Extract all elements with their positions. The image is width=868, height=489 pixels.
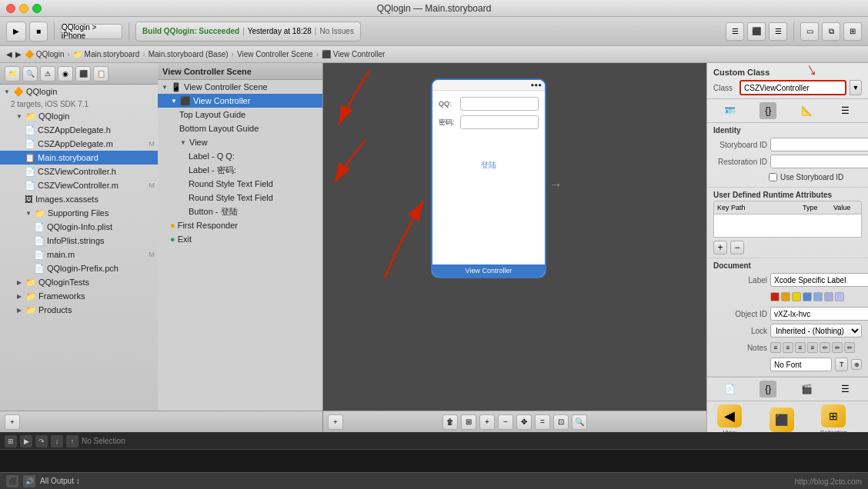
step-into-btn[interactable]: ↓ — [51, 435, 63, 447]
file-images-xcassets[interactable]: 🖼 Images.xcassets — [0, 192, 158, 206]
doc-label-input[interactable] — [770, 273, 868, 287]
scheme-selector[interactable]: QQlogin > iPhone — [61, 24, 122, 39]
scene-label-pwd[interactable]: Label - 密码: — [158, 163, 322, 177]
swatch-blue3[interactable] — [824, 292, 833, 301]
nav-debug-btn[interactable]: ⬛ — [75, 66, 91, 82]
zoom-select-btn[interactable]: 🔍 — [572, 414, 587, 430]
scene-top-layout[interactable]: Top Layout Guide — [158, 108, 322, 121]
debug-button[interactable]: ⬛ — [747, 22, 766, 41]
qq-field[interactable] — [460, 97, 539, 111]
nav-search-btn[interactable]: 🔍 — [22, 66, 38, 82]
pwd-field[interactable] — [460, 115, 539, 129]
bc-item-1[interactable]: 📁 Main.storyboard — [73, 50, 139, 58]
restoration-id-input[interactable] — [770, 155, 868, 168]
bc-item-3[interactable]: View Controller Scene — [237, 50, 313, 58]
nav-log-btn[interactable]: 📋 — [93, 66, 108, 82]
version-editor-button[interactable]: ⊞ — [843, 22, 862, 41]
grid-object-icon[interactable]: ⊞ Collection View — [814, 404, 853, 432]
qqlogin-group[interactable]: ▼ 📁 QQlogin — [0, 109, 158, 123]
step-out-btn[interactable]: ↑ — [66, 435, 78, 447]
size-tab[interactable]: 📐 — [799, 102, 816, 119]
note-icon-7[interactable]: ✏ — [844, 342, 855, 353]
font-expand-btn[interactable]: ⊕ — [851, 359, 862, 370]
file-csz-vc-h[interactable]: 📄 CSZViewController.h — [0, 165, 158, 178]
nav-warn-btn[interactable]: ⚠ — [40, 66, 55, 82]
zoom-reset-btn[interactable]: ⊡ — [553, 414, 569, 430]
scene-label-qq[interactable]: Label - Q Q: — [158, 149, 322, 163]
code-tab[interactable]: {} — [760, 381, 776, 398]
close-button[interactable] — [6, 4, 15, 13]
swatch-orange[interactable] — [781, 292, 790, 301]
bc-arrow-right[interactable]: ▶ — [15, 50, 22, 58]
file-qqlogin-info-plist[interactable]: 📄 QQlogin-Info.plist — [0, 220, 158, 234]
scene-exit[interactable]: ● Exit — [158, 232, 322, 246]
utilities-button[interactable]: ☰ — [769, 22, 787, 41]
font-btn[interactable]: T — [835, 358, 848, 371]
identity-tab[interactable]: 🪪 — [721, 102, 738, 119]
class-input[interactable] — [739, 80, 846, 95]
scene-vc-scene[interactable]: ▼ 📱 View Controller Scene — [158, 80, 322, 94]
debug-toggle-btn[interactable]: ⊞ — [5, 435, 17, 447]
file-csz-app-delegate-m[interactable]: 📄 CSZAppDelegate.m M — [0, 137, 158, 151]
nav-folder-btn[interactable]: 📁 — [5, 66, 20, 82]
frameworks-group[interactable]: ▶ 📁 Frameworks — [0, 289, 158, 303]
attributes-tab[interactable]: {} — [760, 102, 776, 119]
standard-editor-button[interactable]: ▭ — [800, 22, 819, 41]
zoom-equals-btn[interactable]: = — [535, 414, 550, 430]
file-infoplist-strings[interactable]: 📄 InfoPlist.strings — [0, 234, 158, 248]
vc-object-icon[interactable]: ◀ View Controller — [710, 404, 749, 432]
object-id-input[interactable] — [770, 307, 868, 321]
maximize-button[interactable] — [32, 4, 42, 13]
swatch-blue4[interactable] — [835, 292, 844, 301]
status-icon-2[interactable]: 🔊 — [23, 475, 35, 487]
navigator-button[interactable]: ☰ — [726, 22, 744, 41]
delete-btn[interactable]: 🗑 — [442, 414, 458, 430]
file-qqlogin-prefix-pch[interactable]: 📄 QQlogin-Prefix.pch — [0, 261, 158, 275]
note-icon-6[interactable]: ✏ — [832, 342, 843, 353]
note-icon-5[interactable]: ✏ — [820, 342, 830, 353]
note-icon-2[interactable]: ≡ — [783, 342, 793, 353]
file-main-storyboard[interactable]: 📋 Main.storyboard — [0, 151, 158, 165]
lock-select[interactable]: Inherited - (Nothing) — [770, 324, 862, 338]
supporting-files-group[interactable]: ▼ 📁 Supporting Files — [0, 206, 158, 220]
bc-item-0[interactable]: 🔶 QQlogin — [25, 50, 64, 58]
file-tab[interactable]: 📄 — [721, 381, 738, 398]
bc-item-2[interactable]: Main.storyboard (Base) — [149, 50, 229, 58]
zoom-out-btn[interactable]: − — [498, 414, 513, 430]
stop-button[interactable]: ■ — [29, 22, 48, 42]
products-group[interactable]: ▶ 📁 Products — [0, 303, 158, 317]
file-main-m[interactable]: 📄 main.m M — [0, 248, 158, 261]
qqlogin-tests-group[interactable]: ▶ 📁 QQloginTests — [0, 275, 158, 289]
snippet-tab[interactable]: ☰ — [837, 381, 854, 398]
swatch-red[interactable] — [770, 292, 780, 301]
add-attribute-btn[interactable]: + — [713, 241, 727, 254]
zoom-in-btn[interactable]: + — [479, 414, 495, 430]
scene-bottom-layout[interactable]: Bottom Layout Guide — [158, 121, 322, 135]
status-icon-1[interactable]: ⬛ — [6, 475, 18, 487]
run-button[interactable]: ▶ — [6, 22, 26, 42]
note-icon-4[interactable]: ≡ — [807, 342, 818, 353]
storyboard-id-input[interactable] — [770, 138, 868, 151]
zoom-fit-btn[interactable]: ⊞ — [461, 414, 476, 430]
nav-test-btn[interactable]: ◉ — [58, 66, 73, 82]
use-storyboard-id-checkbox[interactable] — [769, 173, 777, 181]
note-icon-3[interactable]: ≡ — [795, 342, 806, 353]
scene-round-field-2[interactable]: Round Style Text Field — [158, 191, 322, 205]
minimize-button[interactable] — [19, 4, 28, 13]
bc-arrow-left[interactable]: ◀ — [6, 50, 12, 58]
scene-round-field-1[interactable]: Round Style Text Field — [158, 177, 322, 191]
add-file-btn[interactable]: + — [5, 414, 20, 430]
remove-attribute-btn[interactable]: − — [730, 241, 744, 254]
swatch-blue2[interactable] — [813, 292, 823, 301]
media-tab[interactable]: 🎬 — [799, 381, 816, 398]
connections-tab[interactable]: ☰ — [837, 102, 854, 119]
continue-btn[interactable]: ▶ — [20, 435, 32, 447]
step-over-btn[interactable]: ↷ — [35, 435, 48, 447]
scene-view-controller[interactable]: ▼ ⬛ View Controller — [158, 94, 322, 108]
assistant-editor-button[interactable]: ⧉ — [822, 22, 840, 41]
scene-button-login[interactable]: Button - 登陆 — [158, 205, 322, 218]
file-csz-vc-m[interactable]: 📄 CSZViewController.m M — [0, 178, 158, 192]
add-object-btn[interactable]: + — [328, 414, 343, 430]
scene-view[interactable]: ▼ View — [158, 135, 322, 149]
scene-first-responder[interactable]: ● First Responder — [158, 218, 322, 232]
